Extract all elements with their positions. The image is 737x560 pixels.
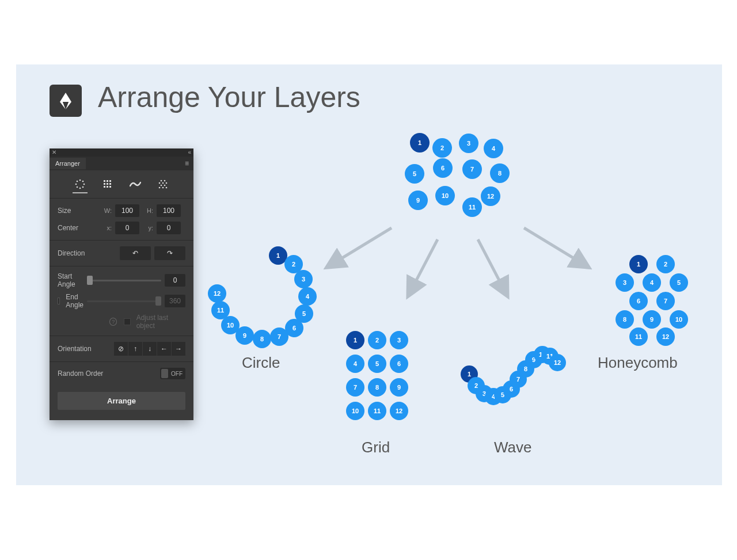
grid-node-4: 4 xyxy=(346,355,364,373)
honeycomb-node-4: 4 xyxy=(643,273,661,292)
honeycomb-node-2: 2 xyxy=(656,255,675,273)
circle-node-7: 7 xyxy=(270,327,288,346)
source-node-10: 10 xyxy=(435,186,455,205)
grid-node-10: 10 xyxy=(346,402,364,420)
label-wave: Wave xyxy=(494,439,532,456)
circle-node-12: 12 xyxy=(208,284,226,303)
honeycomb-node-5: 5 xyxy=(670,273,688,292)
source-node-2: 2 xyxy=(432,138,452,158)
honeycomb-node-12: 12 xyxy=(656,327,675,346)
source-node-4: 4 xyxy=(484,139,503,158)
source-node-9: 9 xyxy=(408,191,428,210)
honeycomb-node-10: 10 xyxy=(670,310,688,329)
label-circle: Circle xyxy=(242,354,280,372)
arrow xyxy=(328,228,392,266)
source-node-7: 7 xyxy=(462,159,482,179)
arrow xyxy=(409,239,438,295)
honeycomb-node-9: 9 xyxy=(643,310,661,329)
source-node-11: 11 xyxy=(462,197,482,217)
source-node-12: 12 xyxy=(481,186,500,206)
grid-node-11: 11 xyxy=(368,402,386,420)
honeycomb-node-8: 8 xyxy=(616,310,634,329)
grid-node-7: 7 xyxy=(346,378,364,397)
arrow xyxy=(478,239,507,295)
label-grid: Grid xyxy=(362,439,390,456)
source-node-1: 1 xyxy=(410,133,430,153)
source-node-3: 3 xyxy=(459,134,478,153)
grid-node-5: 5 xyxy=(368,355,386,373)
circle-node-4: 4 xyxy=(298,287,317,306)
grid-node-12: 12 xyxy=(390,402,408,420)
label-honeycomb: Honeycomb xyxy=(598,354,678,372)
grid-node-1: 1 xyxy=(346,331,364,349)
wave-node-12: 12 xyxy=(549,354,566,371)
honeycomb-node-6: 6 xyxy=(629,292,648,310)
grid-node-8: 8 xyxy=(368,378,386,397)
honeycomb-node-3: 3 xyxy=(616,273,634,292)
arrow xyxy=(524,228,587,266)
circle-node-11: 11 xyxy=(211,301,230,319)
source-node-8: 8 xyxy=(490,163,510,183)
circle-node-8: 8 xyxy=(253,330,271,348)
grid-node-2: 2 xyxy=(368,331,386,349)
honeycomb-node-1: 1 xyxy=(629,255,648,273)
honeycomb-node-11: 11 xyxy=(629,327,648,346)
honeycomb-node-7: 7 xyxy=(656,292,675,310)
source-node-6: 6 xyxy=(433,158,453,178)
grid-node-3: 3 xyxy=(390,331,408,349)
grid-node-9: 9 xyxy=(390,378,408,397)
source-node-5: 5 xyxy=(405,164,424,184)
grid-node-6: 6 xyxy=(390,355,408,373)
circle-node-3: 3 xyxy=(294,270,313,288)
